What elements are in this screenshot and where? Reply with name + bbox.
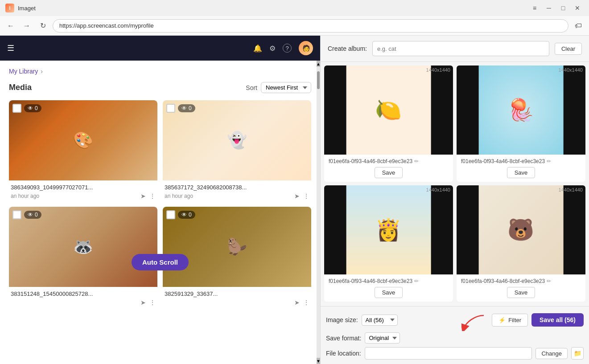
more-icon[interactable]: ⋮: [149, 299, 156, 306]
save-button[interactable]: Save: [375, 287, 403, 298]
back-button[interactable]: ←: [4, 20, 17, 32]
save-format-label: Save format:: [326, 335, 361, 342]
image-card-info: 385637172_32490682008738... an hour ago …: [163, 180, 311, 201]
save-all-button[interactable]: Save all (56): [531, 313, 584, 327]
image-checkbox[interactable]: [12, 104, 21, 113]
folder-icon: 📁: [574, 350, 581, 357]
view-badge: 👁 0: [24, 104, 41, 112]
more-icon[interactable]: ⋮: [303, 299, 309, 306]
share-icon[interactable]: ➤: [140, 192, 146, 200]
menu-button[interactable]: ≡: [528, 2, 541, 14]
file-location-input[interactable]: [365, 347, 532, 360]
scroll-up[interactable]: ▲: [317, 61, 320, 67]
titlebar: I Imaget ≡ ─ □ ✕: [0, 0, 589, 16]
image-name: 383151248_15450000825728...: [11, 290, 156, 297]
change-button[interactable]: Change: [535, 348, 568, 359]
restore-button[interactable]: □: [557, 2, 569, 14]
image-id: f01ee6fa-0f93-4a46-8cbf-e9ec3e23 ✏: [461, 158, 581, 164]
table-row[interactable]: 👻 👁 0 385637172_32490682008738... an hou…: [163, 100, 311, 201]
app-title: Imaget: [18, 5, 36, 12]
right-image-container: 👸 1440x1440: [324, 185, 453, 274]
right-image-container: 🪼 1440x1440: [457, 65, 585, 155]
image-checkbox[interactable]: [166, 210, 175, 219]
view-badge: 👁 0: [24, 211, 41, 219]
card-overlay: 👁 0: [166, 104, 195, 113]
image-id: f01ee6fa-0f93-4a46-8cbf-e9ec3e23 ✏: [329, 278, 449, 284]
image-card-info: 382591329_33637... ➤ ⋮: [163, 287, 311, 308]
help-icon[interactable]: ?: [283, 44, 292, 53]
image-card-info: 383151248_15450000825728... ➤ ⋮: [9, 287, 157, 308]
url-input[interactable]: [53, 19, 568, 33]
filter-button[interactable]: ⚡ Filter: [492, 314, 528, 327]
right-image-grid: 🍋 1440x1440 f01ee6fa-0f93-4a46-8cbf-e9ec…: [321, 62, 589, 306]
image-id: f01ee6fa-0f93-4a46-8cbf-e9ec3e23 ✏: [329, 158, 449, 164]
album-label: Create album:: [328, 45, 367, 52]
list-item: 🐻 1440x1440 f01ee6fa-0f93-4a46-8cbf-e9ec…: [457, 185, 585, 302]
right-image-inner: 🐻: [478, 185, 564, 274]
bottom-row3: File location: Change 📁: [326, 347, 584, 360]
topnav: ☰ 🔔 ⚙ ? 🧑: [0, 36, 320, 61]
scroll-handle[interactable]: [317, 71, 320, 89]
right-image-inner: 🪼: [478, 65, 564, 155]
image-meta: an hour ago ➤ ⋮: [165, 192, 309, 200]
more-icon[interactable]: ⋮: [149, 192, 156, 200]
gear-icon[interactable]: ⚙: [269, 44, 276, 53]
more-icon[interactable]: ⋮: [303, 192, 309, 200]
table-row[interactable]: 🎨 👁 0 386349093_10499977027071... an hou…: [9, 100, 157, 201]
breadcrumb-link[interactable]: My Library: [9, 68, 38, 75]
folder-button[interactable]: 📁: [571, 347, 584, 360]
image-size-select[interactable]: All (56) Small Medium Large: [362, 315, 398, 326]
view-count: 0: [189, 105, 192, 111]
image-meta: ➤ ⋮: [165, 299, 309, 306]
card-overlay: 👁 0: [166, 210, 195, 219]
bookmark-button[interactable]: 🏷: [572, 20, 585, 32]
image-size-group: Image size: All (56) Small Medium Large: [326, 315, 398, 326]
view-count: 0: [35, 212, 38, 218]
share-icon[interactable]: ➤: [140, 299, 146, 306]
clear-button[interactable]: Clear: [555, 43, 582, 55]
share-icon[interactable]: ➤: [294, 299, 300, 306]
sort-label: Sort: [246, 84, 257, 91]
hamburger-button[interactable]: ☰: [7, 43, 14, 53]
card-overlay: 👁 0: [12, 210, 41, 219]
save-button[interactable]: Save: [375, 167, 403, 178]
edit-icon[interactable]: ✏: [547, 278, 551, 284]
edit-icon[interactable]: ✏: [414, 278, 419, 284]
image-checkbox[interactable]: [12, 210, 21, 219]
id-text: f01ee6fa-0f93-4a46-8cbf-e9ec3e23: [461, 278, 545, 284]
image-name: 382591329_33637...: [165, 290, 309, 297]
list-item: 👸 1440x1440 f01ee6fa-0f93-4a46-8cbf-e9ec…: [324, 185, 453, 302]
avatar[interactable]: 🧑: [299, 41, 313, 55]
save-button[interactable]: Save: [507, 287, 535, 298]
list-item: 🍋 1440x1440 f01ee6fa-0f93-4a46-8cbf-e9ec…: [324, 65, 453, 182]
forward-button[interactable]: →: [21, 20, 33, 32]
filter-label: Filter: [508, 317, 521, 323]
bottom-row2: Save format: Original JPEG PNG WebP: [326, 332, 584, 344]
refresh-button[interactable]: ↻: [37, 20, 49, 32]
edit-icon[interactable]: ✏: [547, 158, 551, 164]
image-card-info: 386349093_10499977027071... an hour ago …: [9, 180, 157, 201]
auto-scroll-button[interactable]: Auto Scroll: [132, 254, 189, 270]
bell-icon[interactable]: 🔔: [253, 44, 262, 53]
save-button[interactable]: Save: [507, 167, 535, 178]
image-meta: an hour ago ➤ ⋮: [11, 192, 156, 200]
scroll-down[interactable]: ▼: [317, 358, 320, 364]
edit-icon[interactable]: ✏: [414, 158, 419, 164]
eye-icon: 👁: [181, 212, 187, 218]
scroll-thumb-area: [317, 67, 320, 358]
close-button[interactable]: ✕: [571, 2, 584, 14]
image-checkbox[interactable]: [166, 104, 175, 113]
image-id: f01ee6fa-0f93-4a46-8cbf-e9ec3e23 ✏: [461, 278, 581, 284]
left-panel: ☰ 🔔 ⚙ ? 🧑 My Library › Media Sort Newest…: [0, 36, 320, 364]
id-text: f01ee6fa-0f93-4a46-8cbf-e9ec3e23: [461, 158, 545, 164]
share-icon[interactable]: ➤: [294, 192, 300, 200]
main-area: ☰ 🔔 ⚙ ? 🧑 My Library › Media Sort Newest…: [0, 36, 589, 364]
minimize-button[interactable]: ─: [543, 2, 555, 14]
image-time: an hour ago: [165, 193, 193, 199]
right-image-footer: f01ee6fa-0f93-4a46-8cbf-e9ec3e23 ✏ Save: [324, 155, 453, 182]
breadcrumb: My Library ›: [0, 61, 320, 78]
sort-select[interactable]: Newest First Oldest First Name A-Z Name …: [261, 82, 311, 93]
topnav-icons: 🔔 ⚙ ? 🧑: [253, 41, 313, 55]
save-format-select[interactable]: Original JPEG PNG WebP: [365, 332, 400, 344]
album-input[interactable]: [372, 41, 549, 56]
